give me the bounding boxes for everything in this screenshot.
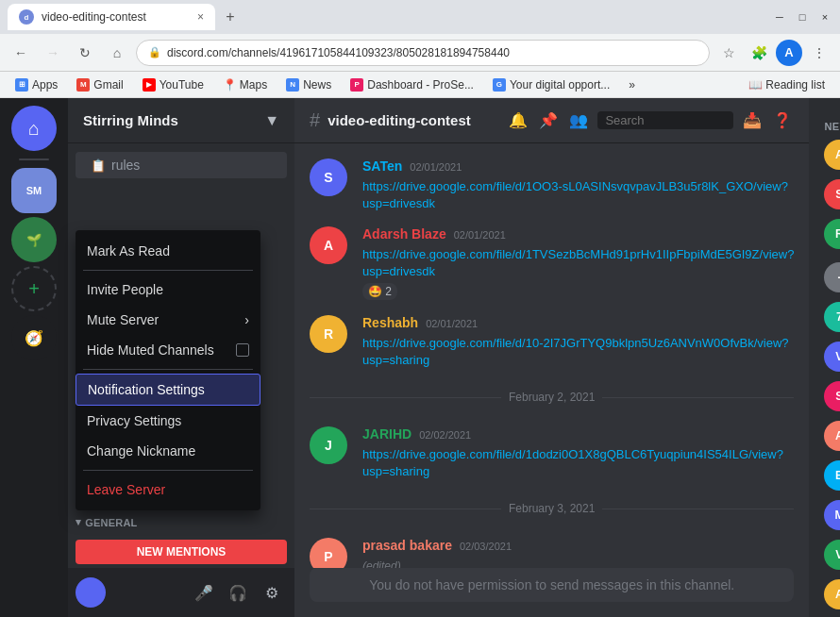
member-rittik[interactable]: R 'RiTTiK -⊕ ⊤ THE KNI... Playing Twitch… bbox=[816, 215, 840, 253]
reading-list[interactable]: 📖 Reading list bbox=[741, 76, 832, 93]
message-saten: S SATen 02/01/2021 https://drive.google.… bbox=[310, 158, 794, 211]
ctx-hide-muted[interactable]: Hide Muted Channels bbox=[76, 335, 260, 365]
message-adarsh: A Adarsh Blaze 02/01/2021 https://drive.… bbox=[310, 226, 794, 300]
bookmark-youtube[interactable]: ▶ YouTube bbox=[135, 76, 211, 93]
inbox-icon[interactable]: 📥 bbox=[741, 109, 764, 132]
rules-channel-item[interactable]: 📋 rules bbox=[76, 152, 287, 178]
member-vinayak[interactable]: V _vinayak182 bbox=[816, 536, 840, 574]
saten-author: SATen bbox=[362, 158, 402, 174]
sidebar-bottom: 🎤 🎧 ⚙ bbox=[68, 568, 294, 617]
add-server-button[interactable]: + bbox=[11, 266, 57, 311]
bookmark-apps-label: Apps bbox=[32, 78, 58, 92]
settings-button[interactable]: ⚙ bbox=[257, 577, 287, 608]
jarihd-link[interactable]: https://drive.google.com/file/d/1dodzi0O… bbox=[362, 447, 783, 478]
bookmark-maps[interactable]: 📍 Maps bbox=[215, 76, 275, 93]
divider-line-left bbox=[310, 397, 501, 398]
mic-button[interactable]: 🎤 bbox=[189, 577, 219, 608]
member-70hit[interactable]: 7 70hit Listening to Spotify 🎵 bbox=[816, 298, 840, 336]
bookmark-maps-label: Maps bbox=[240, 78, 267, 92]
jarihd-header: JARIHD 02/02/2021 bbox=[362, 426, 794, 442]
member-shivalii[interactable]: S __shivaliii__ bbox=[816, 377, 840, 415]
member-mmm[interactable]: M _mmm_ bbox=[816, 496, 840, 534]
notification-bell-icon[interactable]: 🔔 bbox=[507, 109, 529, 132]
member-aaradhaya[interactable]: A __aaradhaya_ bbox=[816, 417, 840, 455]
reshabh-link[interactable]: https://drive.google.com/file/d/10-2I7JG… bbox=[362, 336, 789, 367]
ctx-leave-server[interactable]: Leave Server bbox=[76, 475, 260, 505]
active-tab[interactable]: d video-editing-contest × bbox=[8, 4, 215, 30]
member-surya[interactable]: A A Surya Balaji bbox=[816, 575, 840, 613]
saten-link[interactable]: https://drive.google.com/file/d/1OO3-sL0… bbox=[362, 179, 788, 210]
member-dashes[interactable]: - -------- bbox=[816, 258, 840, 296]
ctx-mark-as-read-label: Mark As Read bbox=[87, 243, 170, 258]
ctx-divider-1 bbox=[83, 270, 253, 271]
ctx-notification-settings-label: Notification Settings bbox=[88, 382, 205, 397]
extensions-icon[interactable]: 🧩 bbox=[746, 40, 772, 66]
help-icon[interactable]: ❓ bbox=[771, 109, 794, 132]
bookmark-gmail[interactable]: M Gmail bbox=[69, 76, 130, 93]
reshabh-content: Reshabh 02/01/2021 https://drive.google.… bbox=[362, 315, 794, 368]
jarihd-avatar: J bbox=[310, 426, 347, 464]
bookmark-youtube-label: YouTube bbox=[160, 78, 204, 92]
channel-list: 📋 rules Mark As Read Invite People Mute … bbox=[68, 143, 294, 536]
member-snip3r[interactable]: S $NIP3R Playing VALORANT bbox=[816, 175, 840, 213]
bookmark-google[interactable]: G Your digital opport... bbox=[485, 76, 617, 93]
ctx-change-nickname[interactable]: Change Nickname bbox=[76, 436, 260, 466]
shivalii-avatar: S bbox=[824, 381, 840, 411]
maximize-button[interactable]: □ bbox=[795, 9, 810, 25]
jarihd-content: JARIHD 02/02/2021 https://drive.google.c… bbox=[362, 426, 794, 479]
profile-icon[interactable]: A bbox=[776, 40, 802, 66]
ctx-hide-muted-checkbox bbox=[236, 343, 249, 357]
ctx-notification-settings[interactable]: Notification Settings bbox=[76, 374, 260, 406]
server-divider bbox=[19, 158, 49, 160]
more-bookmarks[interactable]: » bbox=[621, 76, 643, 93]
members-icon[interactable]: 👥 bbox=[567, 109, 590, 132]
menu-icon[interactable]: ⋮ bbox=[806, 40, 832, 66]
chat-header: # video-editing-contest 🔔 📌 👥 📥 ❓ bbox=[294, 98, 809, 143]
member-aws-admin[interactable]: A l aws_admin Playing Visual Studio Code bbox=[816, 136, 840, 174]
user-avatar bbox=[76, 577, 106, 608]
chat-search-input[interactable] bbox=[605, 113, 726, 127]
reload-button[interactable]: ↻ bbox=[72, 40, 98, 66]
address-bar[interactable]: 🔒 discord.com/channels/41961710584410932… bbox=[136, 40, 710, 66]
chat-header-icons: 🔔 📌 👥 📥 ❓ bbox=[507, 109, 794, 132]
channel-locked-1[interactable]: › # bbox=[76, 533, 287, 536]
ctx-mark-as-read[interactable]: Mark As Read bbox=[76, 236, 260, 266]
category-general-label: GENERAL bbox=[85, 517, 137, 528]
bookmark-apps[interactable]: ⊞ Apps bbox=[8, 76, 65, 93]
date-divider-feb2-text: February 2, 2021 bbox=[509, 391, 595, 404]
explore-servers-button[interactable]: 🧭 bbox=[11, 315, 57, 360]
message-jarihd: J JARIHD 02/02/2021 https://drive.google… bbox=[310, 426, 794, 479]
close-window-button[interactable]: × bbox=[817, 9, 832, 25]
forward-button[interactable]: → bbox=[40, 40, 66, 66]
jarihd-time: 02/02/2021 bbox=[419, 429, 471, 441]
minimize-button[interactable]: ─ bbox=[772, 9, 787, 25]
youtube-favicon: ▶ bbox=[143, 78, 156, 92]
home-button[interactable]: ⌂ bbox=[104, 40, 130, 66]
mmm-avatar: M bbox=[824, 500, 840, 530]
ctx-mute-server[interactable]: Mute Server › bbox=[76, 305, 260, 335]
stirring-minds-server-icon[interactable]: SM bbox=[11, 168, 57, 213]
headphone-button[interactable]: 🎧 bbox=[223, 577, 253, 608]
new-tab-button[interactable]: + bbox=[219, 6, 242, 28]
bookmark-news[interactable]: N News bbox=[278, 76, 339, 93]
discord-home-button[interactable]: ⌂ bbox=[11, 106, 57, 151]
pin-icon[interactable]: 📌 bbox=[537, 109, 560, 132]
adarsh-link[interactable]: https://drive.google.com/file/d/1TVSezbB… bbox=[362, 247, 794, 278]
adarsh-reaction[interactable]: 🤩 2 bbox=[362, 283, 397, 300]
member-bluemercury[interactable]: B _bluemercury bbox=[816, 457, 840, 494]
back-button[interactable]: ← bbox=[8, 40, 34, 66]
server-icon-2[interactable]: 🌱 bbox=[11, 217, 57, 262]
close-tab-button[interactable]: × bbox=[197, 10, 204, 24]
dashboard-favicon: P bbox=[350, 78, 363, 92]
chat-search[interactable] bbox=[597, 111, 733, 129]
gmail-favicon: M bbox=[76, 78, 90, 92]
bookmark-star-icon[interactable]: ☆ bbox=[715, 40, 742, 66]
ctx-invite-people[interactable]: Invite People bbox=[76, 275, 260, 305]
server-header[interactable]: Stirring Minds ▼ bbox=[68, 98, 294, 143]
bookmark-dashboard[interactable]: P Dashboard - ProSe... bbox=[343, 76, 481, 93]
bookmark-news-label: News bbox=[303, 78, 331, 92]
member-iamvinny[interactable]: V __iamvinny__ bbox=[816, 338, 840, 375]
no-permission-notice: You do not have permission to send messa… bbox=[310, 568, 794, 602]
new-mentions-button[interactable]: NEW MENTIONS bbox=[76, 540, 287, 564]
ctx-privacy-settings[interactable]: Privacy Settings bbox=[76, 406, 260, 436]
